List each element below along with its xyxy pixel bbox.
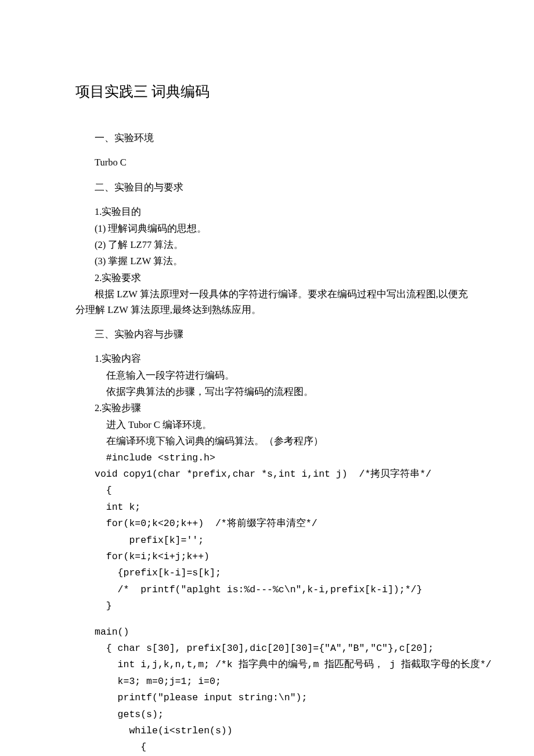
code-span: { [140,741,146,753]
code-line: for(k=i;k<i+j;k++) [75,549,470,564]
code-line: while(i<strlen(s)) [75,723,470,739]
code-line: main() [75,625,470,640]
code-line: { char s[30], prefix[30],dic[20][30]={"A… [75,641,470,656]
step-item-2: 在编译环境下输入词典的编码算法。（参考程序） [75,434,470,449]
page: 项目实践三 词典编码 一、实验环境 Turbo C 二、实验目的与要求 1.实验… [0,0,534,756]
code-line: { [75,740,470,755]
code-line: for(k=0;k<20;k++) /*将前缀字符串清空*/ [75,516,470,531]
code-line: { [75,483,470,498]
section-1-heading: 一、实验环境 [75,131,470,146]
code-line: printf("please input string:\n"); [75,690,470,705]
code-line: {prefix[k-i]=s[k]; [75,566,470,581]
step-item-1: 进入 Tubor C 编译环境。 [75,417,470,433]
code-line: int i,j,k,n,t,m; /*k 指字典中的编号,m 指匹配号码， j … [75,657,470,672]
content-item-2: 依据字典算法的步骤，写出字符编码的流程图。 [75,384,470,399]
purpose-item-3: (3) 掌握 LZW 算法。 [75,254,470,269]
purpose-item-2: (2) 了解 LZ77 算法。 [75,237,470,253]
code-line: k=3; m=0;j=1; i=0; [75,674,470,689]
code-line: /* printf("aplght is:%d---%c\n",k-i,pref… [75,582,470,597]
code-line: } [75,599,470,614]
requirement-text: 根据 LZW 算法原理对一段具体的字符进行编译。要求在编码过程中写出流程图,以便… [75,287,470,318]
purpose-item-1: (1) 理解词典编码的思想。 [75,221,470,236]
code-line: #include <string.h> [75,451,470,466]
code-span: while(i<strlen(s)) [129,725,232,736]
environment-text: Turbo C [75,155,470,170]
section-3-heading: 三、实验内容与步骤 [75,327,470,342]
document-title: 项目实践三 词典编码 [75,81,470,102]
content-heading: 1.实验内容 [75,351,470,366]
code-line: int k; [75,500,470,515]
code-line: void copy1(char *prefix,char *s,int i,in… [75,467,470,482]
purpose-heading: 1.实验目的 [75,204,470,219]
code-line: gets(s); [75,707,470,722]
content-item-1: 任意输入一段字符进行编码。 [75,368,470,383]
code-line: prefix[k]=''; [75,533,470,548]
section-2-heading: 二、实验目的与要求 [75,180,470,195]
steps-heading: 2.实验步骤 [75,401,470,416]
requirement-body: 根据 LZW 算法原理对一段具体的字符进行编译。要求在编码过程中写出流程图,以便… [75,287,470,318]
requirement-heading: 2.实验要求 [75,271,470,286]
